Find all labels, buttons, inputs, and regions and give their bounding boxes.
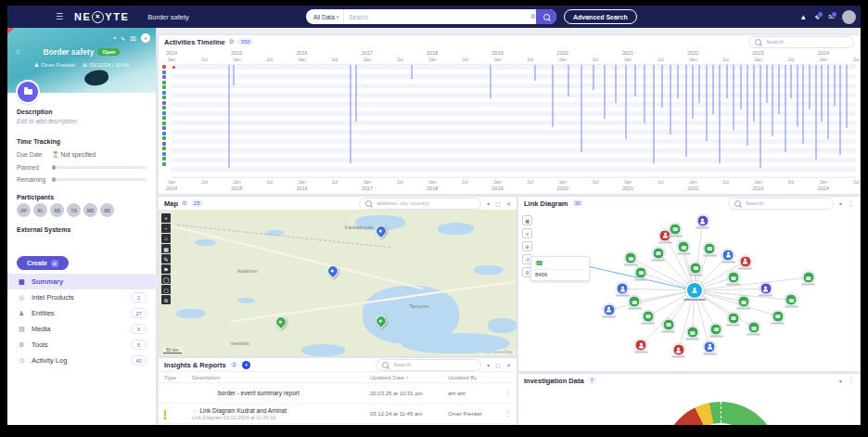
timeline-activity-bar[interactable] (677, 65, 679, 98)
notifications-bell-icon[interactable]: ❖ (814, 13, 821, 21)
delete-icon[interactable]: ⌧ (130, 35, 136, 42)
timeline-activity-bar[interactable] (706, 65, 708, 141)
comment-icon[interactable]: ❝ (113, 35, 116, 42)
collapse-panel-icon[interactable]: ▾ (487, 362, 490, 368)
link-node-green[interactable]: ☎ (662, 318, 674, 330)
timeline-activity-bar[interactable] (698, 65, 700, 103)
map-tool-button-0[interactable]: + (161, 213, 171, 223)
participant-avatar[interactable]: AD (50, 203, 64, 217)
collapse-panel-icon[interactable]: ▾ (839, 200, 842, 207)
timeline-activity-bar[interactable] (661, 65, 663, 108)
link-node-blue[interactable] (704, 341, 716, 353)
link-diagram-canvas[interactable]: ☎ 8456 ☎☎☎☎☎☎☎☎☎☎☎☎☎☎☎☎☎☎☎ (518, 210, 860, 371)
link-node-purple[interactable] (696, 215, 708, 227)
timeline-activity-bar[interactable] (785, 65, 786, 152)
link-node-green[interactable]: ☎ (785, 294, 798, 306)
map-search-input[interactable] (375, 199, 475, 207)
timeline-activity-bar[interactable] (815, 65, 817, 160)
timeline-activity-bar[interactable] (733, 65, 734, 130)
link-node-green[interactable]: ☎ (802, 272, 814, 284)
alerts-icon[interactable]: ▲ (799, 13, 807, 21)
sidebar-item-media[interactable]: ▨Media6 (7, 321, 156, 337)
timeline-activity-bar[interactable] (228, 65, 230, 168)
search-button[interactable] (536, 9, 556, 24)
sidebar-item-summary[interactable]: ▦Summary (7, 274, 160, 289)
edit-icon[interactable]: ✎ (121, 35, 125, 42)
timeline-activity-bar[interactable] (797, 65, 798, 127)
collapse-sidebar-icon[interactable]: ‹ (141, 33, 150, 43)
timeline-activity-bar[interactable] (778, 65, 780, 114)
link-node-green[interactable]: ☎ (772, 310, 784, 322)
timeline-activity-bar[interactable] (766, 65, 768, 103)
timeline-activity-bar[interactable] (772, 65, 773, 136)
sidebar-item-activity-log[interactable]: ◷Activity Log40 (7, 353, 156, 368)
map-tool-button-2[interactable]: ⌂ (161, 234, 171, 243)
hamburger-menu-icon[interactable]: ☰ (56, 12, 63, 21)
create-button[interactable]: Create + (17, 256, 69, 270)
collapse-panel-icon[interactable]: ▾ (487, 200, 490, 207)
timeline-activity-bar[interactable] (411, 65, 413, 79)
timeline-activity-bar[interactable] (568, 65, 569, 96)
link-tool-button-1[interactable]: ≡ (522, 228, 532, 238)
timeline-activity-bar[interactable] (490, 65, 491, 98)
column-header-description[interactable]: Description (192, 375, 370, 380)
map-tool-button-7[interactable]: ▢ (161, 285, 171, 294)
star-icon[interactable]: ☆ (192, 408, 197, 414)
timeline-activity-bar[interactable] (634, 65, 636, 96)
timeline-activity-bar[interactable] (726, 65, 728, 98)
link-node-purple[interactable] (760, 283, 772, 295)
link-node-green[interactable]: ☎ (690, 262, 702, 274)
timeline-activity-bar[interactable] (552, 65, 554, 127)
link-node-red[interactable] (672, 344, 684, 356)
timeline-activity-bar[interactable] (670, 65, 671, 135)
map-marker-green[interactable] (274, 315, 289, 330)
participant-avatar[interactable]: ND (83, 203, 97, 217)
link-node-blue[interactable] (722, 249, 734, 261)
investigation-donut-chart[interactable] (662, 402, 779, 425)
map-tool-button-5[interactable]: ⚑ (161, 264, 171, 274)
timeline-activity-bar[interactable] (350, 65, 351, 163)
timeline-activity-bar[interactable] (834, 65, 836, 106)
timeline-search-input[interactable] (764, 38, 848, 45)
link-node-green[interactable]: ☎ (629, 296, 641, 308)
link-node-green[interactable]: ☎ (737, 296, 749, 308)
table-row[interactable]: ☆Link Diagram Kudrat and AminatLink Diag… (159, 404, 517, 424)
panel-menu-icon[interactable]: ⋮ (848, 199, 854, 207)
timeline-activity-bar[interactable] (809, 65, 811, 109)
timeline-activity-bar[interactable] (653, 65, 655, 163)
link-node-green[interactable]: ☎ (686, 327, 698, 339)
timeline-activity-bar[interactable] (719, 65, 721, 163)
timeline-activity-bar[interactable] (534, 65, 536, 81)
column-header-updated-by[interactable]: Updated By (448, 375, 502, 380)
panel-menu-icon[interactable]: ⋮ (848, 377, 854, 384)
user-avatar[interactable] (842, 10, 856, 24)
sidebar-item-tools[interactable]: ⚙Tools5 (7, 337, 156, 353)
link-tool-button-0[interactable]: ▣ (522, 215, 532, 225)
link-node-green[interactable]: ☎ (710, 323, 722, 335)
link-node-green[interactable]: ☎ (727, 312, 739, 324)
column-header-type[interactable]: Type (164, 375, 192, 380)
table-row[interactable]: border - event summary report20.03.25 at… (159, 383, 517, 404)
timeline-activity-bar[interactable] (753, 65, 755, 122)
link-tool-button-2[interactable]: ⊕ (522, 241, 532, 251)
link-node-green[interactable]: ☎ (642, 310, 654, 322)
link-node-red[interactable] (739, 255, 751, 267)
timeline-activity-bar[interactable] (685, 65, 687, 157)
link-node-blue[interactable] (617, 283, 629, 295)
link-node-green[interactable]: ☎ (727, 272, 739, 284)
participant-avatar[interactable]: SD (100, 203, 114, 217)
close-panel-icon[interactable]: ✕ (506, 200, 511, 207)
timeline-activity-bar[interactable] (712, 65, 714, 114)
collapse-panel-icon[interactable]: ▾ (839, 378, 842, 384)
timeline-activity-bar[interactable] (740, 65, 742, 109)
link-node-green[interactable]: ☎ (747, 322, 760, 334)
link-node-green[interactable]: ☎ (635, 266, 647, 278)
link-diagram-search-input[interactable] (744, 199, 827, 207)
participant-avatar[interactable]: YS (67, 203, 81, 217)
link-node-green[interactable]: ☎ (652, 247, 664, 259)
workspace-tab[interactable]: Border safety (147, 13, 189, 21)
map-tool-button-1[interactable]: − (161, 224, 171, 233)
remaining-progress-bar[interactable] (52, 178, 147, 181)
map-canvas[interactable]: +−⌂▦✎⚑◯▢≋ 50 km © OpenStreetMap Kankaanp… (159, 210, 517, 356)
timeline-activity-bar[interactable] (821, 65, 823, 122)
